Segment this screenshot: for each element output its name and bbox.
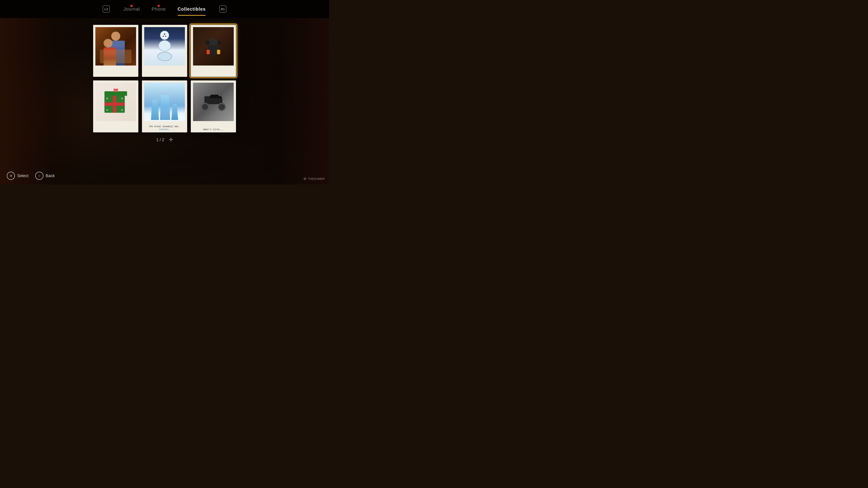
r1-button[interactable]: R1 bbox=[219, 5, 226, 13]
collectibles-tab-label: Collectibles bbox=[178, 6, 206, 12]
collectible-image-6 bbox=[193, 83, 234, 121]
journal-tab-label: Journal bbox=[123, 6, 140, 12]
collectible-item-3[interactable] bbox=[191, 25, 236, 77]
back-control[interactable]: ○ Back bbox=[35, 172, 55, 180]
collectible-item-6[interactable]: Gwen's tires... bbox=[191, 80, 236, 132]
select-control[interactable]: ✕ Select bbox=[7, 172, 29, 180]
snowman-base bbox=[157, 52, 172, 61]
nav-tabs: Journal Phone Collectibles bbox=[123, 6, 206, 12]
nav-bar: L1 Journal Phone Collectibles R1 bbox=[0, 0, 329, 18]
collectible-item-1[interactable] bbox=[93, 25, 138, 77]
bottom-controls: ✕ Select ○ Back bbox=[7, 172, 55, 180]
select-label: Select bbox=[17, 173, 29, 178]
back-label: Back bbox=[46, 173, 55, 178]
collectible-item-4[interactable]: 🎀 bbox=[93, 80, 138, 132]
gift-box bbox=[104, 96, 125, 113]
collectible-image-4: 🎀 bbox=[95, 83, 136, 121]
phone-tab-label: Phone bbox=[152, 6, 166, 12]
page-display: 1 / 2 bbox=[156, 138, 164, 142]
phone-badge bbox=[158, 5, 160, 7]
tires-image bbox=[193, 83, 234, 121]
dpad-icon: ✛ bbox=[169, 137, 173, 143]
watermark: ⚙ THEGAMER bbox=[303, 177, 324, 181]
l1-button[interactable]: L1 bbox=[103, 5, 110, 13]
toy-image bbox=[193, 27, 234, 66]
cafe-image bbox=[95, 27, 136, 66]
pagination: 1 / 2 ✛ bbox=[156, 137, 173, 143]
collectible-image-3 bbox=[193, 27, 234, 66]
watermark-text: THEGAMER bbox=[308, 177, 324, 181]
tab-collectibles[interactable]: Collectibles bbox=[178, 6, 206, 12]
x-button: ✕ bbox=[7, 172, 15, 180]
caption-5: The Great Snowball War. Caledon. bbox=[142, 125, 187, 131]
snowball-image bbox=[144, 83, 185, 121]
snowman-head bbox=[160, 31, 169, 40]
gift-wrapper: 🎀 bbox=[104, 91, 127, 113]
snowman-image bbox=[144, 27, 185, 66]
collectible-item-5[interactable]: The Great Snowball War. Caledon. bbox=[142, 80, 187, 132]
caption-6: Gwen's tires... bbox=[191, 128, 236, 131]
tab-journal[interactable]: Journal bbox=[123, 6, 140, 12]
snowman-figure bbox=[157, 31, 172, 61]
collectible-image-1 bbox=[95, 27, 136, 66]
collectible-image-2 bbox=[144, 27, 185, 66]
main-content: 🎀 bbox=[0, 18, 329, 184]
gift-image: 🎀 bbox=[95, 83, 136, 121]
collectible-image-5 bbox=[144, 83, 185, 121]
journal-badge bbox=[130, 5, 133, 7]
circle-button: ○ bbox=[35, 172, 43, 180]
watermark-icon: ⚙ bbox=[303, 177, 307, 181]
snowman-middle bbox=[158, 40, 171, 52]
collectibles-grid: 🎀 bbox=[93, 25, 236, 132]
collectible-item-2[interactable] bbox=[142, 25, 187, 77]
tab-phone[interactable]: Phone bbox=[152, 6, 166, 12]
